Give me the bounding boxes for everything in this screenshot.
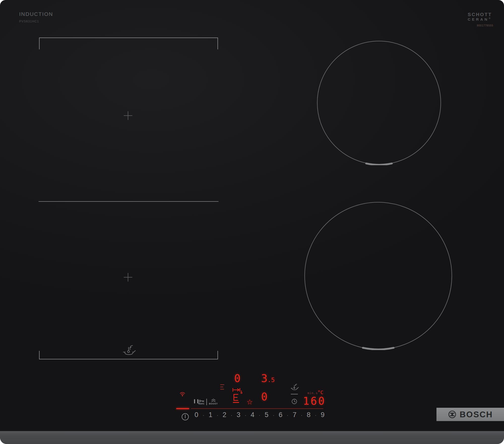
power-button[interactable] xyxy=(181,413,189,421)
boost-chevron-icon[interactable] xyxy=(211,399,216,402)
level-key-2[interactable]: 2 xyxy=(223,412,226,418)
pan-with-thermometer-icon xyxy=(122,344,136,356)
pause-bar xyxy=(194,399,195,403)
front-zone-level-display: 0 xyxy=(261,392,267,402)
level-key-3[interactable]: 3 xyxy=(237,412,240,418)
control-divider xyxy=(206,399,207,405)
rear-power-integer: 3 xyxy=(261,372,267,385)
flex-zone-front-left-tick xyxy=(39,351,40,359)
separator-dot: · xyxy=(203,413,204,418)
level-key-4[interactable]: 4 xyxy=(251,412,255,418)
registered-mark: ® xyxy=(489,17,490,20)
status-dashes-icon xyxy=(220,384,224,390)
boost-label: BOOST xyxy=(209,402,218,405)
temperature-unit: °C xyxy=(318,390,323,395)
slider-track-bar xyxy=(191,408,323,409)
induction-hob-surface: INDUCTION PVS631HC1 SCHOTT CERAN® 900177… xyxy=(0,0,504,444)
schott-logo-line1: SCHOTT xyxy=(468,12,492,17)
flex-zone-divider-line xyxy=(39,201,218,202)
glass-serial-number: 9001778555 xyxy=(477,24,493,27)
separator-dot: · xyxy=(231,413,232,418)
model-number-label: PVS631HC1 xyxy=(19,20,39,23)
key-lock-hold-label: 4sec xyxy=(198,402,204,405)
sensor-underline xyxy=(291,394,298,394)
bosch-brand-plaque: BOSCH xyxy=(436,408,504,421)
separator-dot: · xyxy=(273,413,274,418)
rear-zone-power-display: 3.5 xyxy=(261,373,275,384)
flex-zone-rear-right-tick xyxy=(217,38,218,49)
flex-zone-rear-top-line xyxy=(39,38,218,38)
active-segment-bar xyxy=(176,408,189,409)
bosch-wordmark: BOSCH xyxy=(460,410,493,419)
level-key-9[interactable]: 9 xyxy=(321,412,325,418)
rear-zone-level-display: 0 xyxy=(234,373,240,384)
flex-zone-rear-left-tick xyxy=(39,38,40,49)
separator-dot: · xyxy=(287,413,289,418)
timer-unit-label: min.s xyxy=(307,391,318,395)
cooking-sensor-icon[interactable] xyxy=(290,383,299,391)
level-key-5[interactable]: 5 xyxy=(265,412,268,418)
timer-clock-icon[interactable] xyxy=(291,398,297,404)
rear-right-cooking-zone xyxy=(317,40,442,165)
separator-dot: · xyxy=(301,413,302,418)
level-key-0[interactable]: 0 xyxy=(195,412,198,418)
level-key-6[interactable]: 6 xyxy=(279,412,282,418)
power-level-slider[interactable]: 0 · 1 · 2 · 3 · 4 · 5 · 6 · 7 · 8 · 9 xyxy=(195,412,325,418)
level-key-1[interactable]: 1 xyxy=(209,412,212,418)
pause-button[interactable] xyxy=(194,399,198,404)
product-line-label: INDUCTION xyxy=(19,11,53,17)
front-right-cooking-zone xyxy=(304,201,453,350)
rear-zone-plus-mark-vertical xyxy=(128,111,128,120)
level-key-7[interactable]: 7 xyxy=(293,412,296,418)
separator-dot: · xyxy=(245,413,246,418)
flex-zone-front-bottom-line xyxy=(39,359,218,359)
bosch-armature-icon xyxy=(448,410,456,419)
separator-dot: · xyxy=(315,413,317,418)
status-dash xyxy=(220,387,223,387)
schott-logo-line2: CERAN® xyxy=(468,17,492,22)
hob-front-edge xyxy=(0,431,504,444)
favorite-star-icon[interactable]: ☆ xyxy=(246,399,253,406)
separator-dot: · xyxy=(259,413,261,418)
flex-zone-front-right-tick xyxy=(217,351,218,359)
rear-power-fraction: .5 xyxy=(267,377,275,384)
wifi-icon xyxy=(179,391,186,397)
level-key-8[interactable]: 8 xyxy=(307,412,310,418)
schott-ceran-logo: SCHOTT CERAN® xyxy=(468,12,492,22)
front-zone-plus-mark-vertical xyxy=(128,273,128,282)
ceran-text: CERAN xyxy=(468,17,489,21)
status-dash xyxy=(220,384,224,385)
temperature-display: 160 xyxy=(303,396,326,406)
separator-dot: · xyxy=(217,413,218,418)
status-dash xyxy=(220,389,224,390)
move-pan-arrow-icon xyxy=(232,388,243,403)
